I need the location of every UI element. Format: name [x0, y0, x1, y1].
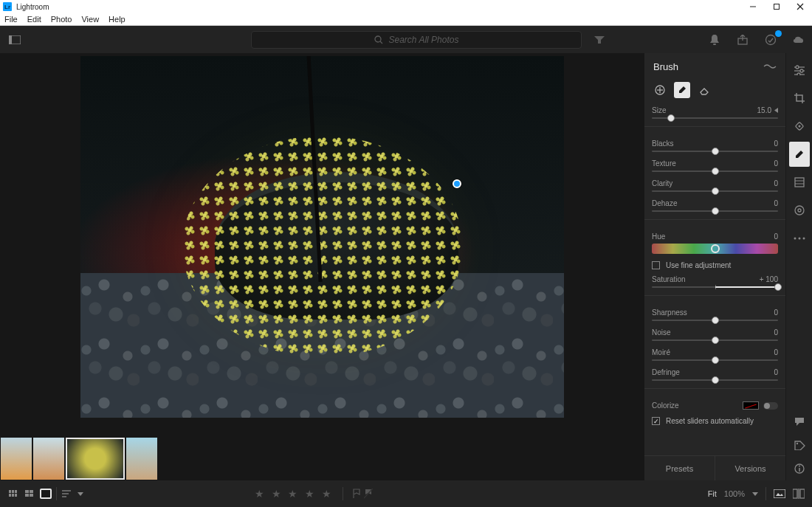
- brush-tool-icon[interactable]: [789, 142, 810, 167]
- svg-rect-1: [774, 4, 780, 10]
- svg-point-11: [766, 35, 776, 44]
- svg-point-29: [794, 238, 796, 240]
- menu-photo[interactable]: Photo: [51, 15, 72, 24]
- clarity-slider[interactable]: Clarity0: [652, 179, 778, 192]
- close-button[interactable]: [788, 0, 812, 13]
- hue-slider[interactable]: Hue0: [652, 232, 778, 254]
- svg-marker-50: [78, 492, 83, 496]
- colorize-row: Colorize: [652, 401, 778, 410]
- thumbnail[interactable]: [33, 438, 64, 480]
- svg-point-35: [799, 466, 800, 467]
- chevron-down-icon[interactable]: [78, 492, 83, 496]
- menu-help[interactable]: Help: [109, 15, 125, 24]
- fine-adjustment-checkbox[interactable]: Use fine adjustment: [652, 261, 778, 269]
- top-toolbar: Search All Photos: [0, 26, 812, 53]
- svg-point-6: [375, 36, 381, 42]
- healing-icon[interactable]: [786, 114, 813, 139]
- minimize-button[interactable]: [741, 0, 765, 13]
- svg-point-28: [798, 209, 801, 212]
- share-icon[interactable]: [735, 32, 750, 47]
- tab-versions[interactable]: Versions: [715, 456, 785, 480]
- window-titlebar: Lr Lightroom: [0, 0, 812, 13]
- show-original-icon[interactable]: [774, 489, 785, 498]
- edit-sliders-icon[interactable]: [786, 58, 813, 83]
- comments-icon[interactable]: [786, 410, 813, 433]
- flag-reject-icon[interactable]: [364, 489, 373, 499]
- svg-marker-8: [594, 36, 605, 44]
- reset-sliders-checkbox[interactable]: ✓Reset sliders automatically: [652, 417, 778, 425]
- brush-mode-button[interactable]: [674, 82, 690, 98]
- svg-rect-40: [12, 494, 14, 497]
- reset-mask-icon[interactable]: [763, 63, 777, 70]
- rating-stars[interactable]: ★ ★ ★ ★ ★: [255, 487, 374, 500]
- grid-large-icon[interactable]: [24, 489, 35, 499]
- colorize-toggle[interactable]: [763, 402, 778, 410]
- noise-slider[interactable]: Noise0: [652, 328, 778, 341]
- maximize-button[interactable]: [765, 0, 788, 13]
- moire-slider[interactable]: Moiré0: [652, 348, 778, 361]
- sort-icon[interactable]: [61, 489, 73, 499]
- size-slider[interactable]: Size15.0: [652, 106, 778, 119]
- blacks-slider[interactable]: Blacks0: [652, 139, 778, 152]
- svg-point-32: [796, 443, 797, 444]
- svg-point-27: [795, 206, 804, 215]
- svg-rect-37: [12, 490, 14, 493]
- cloud-sync-icon[interactable]: [791, 32, 806, 47]
- menu-file[interactable]: File: [4, 15, 18, 24]
- svg-marker-15: [774, 108, 778, 113]
- left-panel-toggle[interactable]: [6, 31, 24, 49]
- saturation-slider[interactable]: Saturation+ 100: [652, 275, 778, 288]
- colorize-swatch[interactable]: [743, 401, 759, 410]
- info-icon[interactable]: [786, 457, 813, 480]
- search-input[interactable]: Search All Photos: [251, 31, 582, 49]
- texture-slider[interactable]: Texture0: [652, 159, 778, 172]
- chevron-left-icon[interactable]: [774, 108, 778, 113]
- flag-pick-icon[interactable]: [352, 489, 361, 499]
- thumbnail[interactable]: [126, 438, 157, 480]
- panel-bottom-tabs: Presets Versions: [644, 455, 785, 480]
- add-mask-button[interactable]: [652, 82, 668, 98]
- linear-gradient-icon[interactable]: [786, 170, 813, 195]
- compare-icon[interactable]: [793, 489, 805, 499]
- svg-marker-54: [776, 493, 783, 496]
- notifications-icon[interactable]: [707, 32, 722, 47]
- dehaze-slider[interactable]: Dehaze0: [652, 199, 778, 212]
- chevron-down-icon[interactable]: [752, 492, 758, 496]
- thumbnail-selected[interactable]: [66, 438, 125, 480]
- filter-button[interactable]: [591, 31, 608, 49]
- photo-preview: [80, 56, 564, 418]
- thumbnail[interactable]: [1, 438, 32, 480]
- app-title: Lightroom: [16, 3, 49, 11]
- svg-rect-24: [795, 178, 804, 187]
- svg-point-21: [797, 73, 800, 75]
- svg-rect-42: [25, 490, 29, 493]
- tab-presets[interactable]: Presets: [644, 456, 715, 480]
- single-view-icon[interactable]: [40, 489, 52, 499]
- sharpness-slider[interactable]: Sharpness0: [652, 308, 778, 321]
- svg-rect-44: [25, 494, 29, 497]
- cloud-status-icon[interactable]: [763, 32, 778, 47]
- grid-small-icon[interactable]: [7, 489, 19, 499]
- keywords-icon[interactable]: [786, 433, 813, 457]
- svg-rect-45: [30, 494, 33, 497]
- radial-gradient-icon[interactable]: [786, 198, 813, 223]
- svg-rect-5: [9, 35, 12, 44]
- more-tools-icon[interactable]: [786, 226, 813, 251]
- mask-pin-icon[interactable]: [453, 179, 461, 188]
- badge-icon: [775, 30, 782, 37]
- tool-rail: [785, 53, 812, 480]
- erase-mode-button[interactable]: [696, 82, 712, 98]
- bottom-bar: ★ ★ ★ ★ ★ Fit 100%: [0, 480, 812, 507]
- crop-icon[interactable]: [786, 86, 813, 111]
- photo-canvas[interactable]: [0, 53, 644, 437]
- zoom-level[interactable]: 100%: [724, 489, 745, 498]
- search-placeholder: Search All Photos: [389, 35, 459, 45]
- svg-rect-9: [713, 44, 716, 45]
- menu-edit[interactable]: Edit: [27, 15, 41, 24]
- defringe-slider[interactable]: Defringe0: [652, 368, 778, 381]
- svg-rect-38: [15, 490, 17, 493]
- fit-label[interactable]: Fit: [708, 489, 717, 498]
- menu-view[interactable]: View: [81, 15, 99, 24]
- svg-rect-43: [30, 490, 33, 493]
- svg-rect-41: [15, 494, 17, 497]
